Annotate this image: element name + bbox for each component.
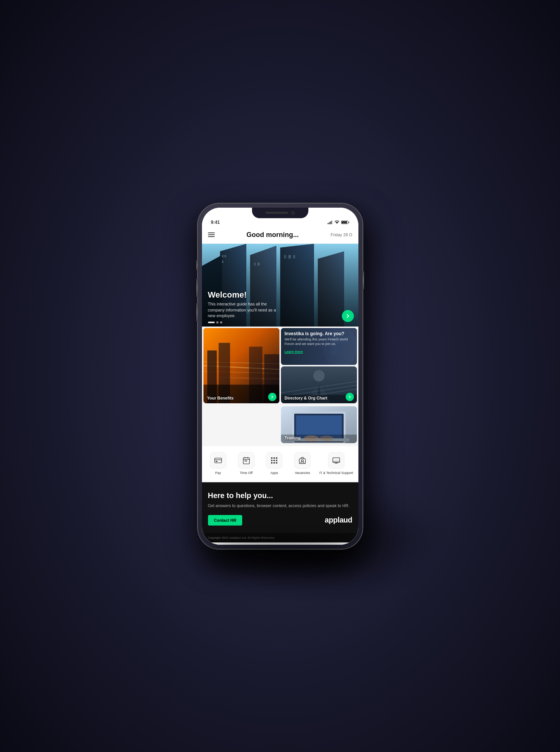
hero-title: Welcome! [208,290,283,300]
wifi-icon [334,220,340,224]
arrow-right-icon [346,314,350,318]
arrow-right-icon [270,395,274,399]
applaud-logo: applaud [325,516,352,524]
help-title: Here to help you... [208,491,352,500]
svg-rect-1 [329,222,329,224]
time-off-icon-svg [242,456,250,465]
vacancies-link[interactable]: Vacancies [291,452,314,475]
volume-up-button [196,278,198,297]
time-off-icon [238,452,255,469]
your-benefits-arrow[interactable] [268,393,276,401]
news-learn-more-link[interactable]: Learn more [285,350,303,354]
time-off-label: Time Off [240,471,253,475]
footer-copyright: Copyright 2022 mediplus Ltd. All Rights … [202,533,358,542]
dot-2 [216,321,219,324]
hero-next-button[interactable] [342,310,354,322]
city-card-bg [203,328,279,403]
hero-slider[interactable]: Welcome! This interactive guide has all … [202,244,358,327]
apps-icon-svg [270,456,278,465]
svg-rect-66 [246,460,247,462]
your-benefits-label: Your Benefits [207,396,234,400]
dot-1 [208,322,215,323]
investika-news-card[interactable]: Investika is going. Are you? We'll be at… [281,328,357,365]
svg-rect-73 [271,462,273,463]
phone-mockup: 9:41 [190,196,370,557]
news-subtitle: We'll be attending this years Fintech wo… [285,337,353,346]
svg-rect-8 [349,222,349,223]
mute-button [196,260,198,271]
help-section: Here to help you... Get answers to quest… [202,482,358,533]
your-benefits-card[interactable]: Your Benefits [203,328,279,403]
pay-label: Pay [215,471,221,475]
svg-rect-76 [299,459,306,463]
volume-down-button [196,303,198,322]
pay-icon-svg [214,456,222,465]
pay-icon [210,452,226,469]
news-title: Investika is going. Are you? [285,331,353,336]
help-footer: Contact HR applaud [208,515,352,526]
svg-point-77 [301,460,304,462]
svg-rect-65 [244,460,246,462]
hamburger-menu-button[interactable] [208,232,215,237]
header-date: Friday 28 O [331,232,352,237]
vacancies-label: Vacancies [295,471,310,475]
power-button [363,271,364,290]
svg-rect-33 [203,384,279,403]
svg-rect-74 [274,462,275,463]
phone-screen: 9:41 [202,208,358,545]
svg-rect-69 [276,457,278,459]
it-support-icon-svg [332,456,340,465]
pay-link[interactable]: Pay [207,452,229,475]
apps-link[interactable]: Apps [263,452,285,475]
svg-rect-7 [341,221,347,223]
svg-rect-58 [215,458,222,463]
directory-arrow[interactable] [346,393,354,401]
hero-subtitle: This interactive guide has all the compa… [208,301,283,319]
svg-rect-70 [271,460,273,461]
directory-label: Directory & Org Chart [285,396,328,400]
phone-shadow [206,542,354,572]
svg-rect-4 [332,220,333,224]
front-camera [291,211,295,215]
svg-rect-60 [216,460,217,462]
svg-rect-71 [274,460,275,461]
speaker [266,212,288,214]
directory-org-chart-card[interactable]: Directory & Org Chart [281,366,357,403]
greeting-text: Good morning... [246,231,299,239]
city-illustration [203,328,279,403]
svg-rect-67 [271,457,273,459]
status-icons [328,220,349,224]
svg-point-43 [313,370,324,381]
phone-frame: 9:41 [197,203,363,549]
svg-rect-72 [276,460,278,461]
hero-dots [208,321,222,324]
time-off-link[interactable]: Time Off [235,452,258,475]
svg-rect-3 [331,221,332,224]
apps-label: Apps [270,471,278,475]
svg-rect-75 [276,462,278,463]
apps-icon [266,452,282,469]
help-subtitle: Get answers to questions, browser conten… [208,503,352,509]
svg-rect-2 [330,222,331,224]
hero-content: Welcome! This interactive guide has all … [208,290,283,319]
vacancies-icon-svg [298,456,307,465]
signal-icon [328,220,333,224]
status-time: 9:41 [211,220,220,225]
it-support-link[interactable]: IT & Technical Support [319,452,353,475]
training-card[interactable]: Training [281,406,357,443]
screen-content[interactable]: Welcome! This interactive guide has all … [202,244,358,545]
copyright-text: Copyright 2022 mediplus Ltd. All Rights … [208,536,275,539]
app-header: Good morning... Friday 28 O [202,228,358,244]
svg-point-5 [337,223,337,224]
news-content: Investika is going. Are you? We'll be at… [285,331,353,355]
it-support-label: IT & Technical Support [319,471,353,475]
contact-hr-button[interactable]: Contact HR [208,515,243,526]
quick-links: Pay Tim [202,446,358,481]
dot-3 [220,321,222,324]
training-label: Training [285,436,301,440]
arrow-right-icon [348,395,352,399]
vacancies-icon [294,452,311,469]
notch [252,208,308,218]
svg-rect-68 [274,457,275,459]
battery-icon [341,220,349,224]
